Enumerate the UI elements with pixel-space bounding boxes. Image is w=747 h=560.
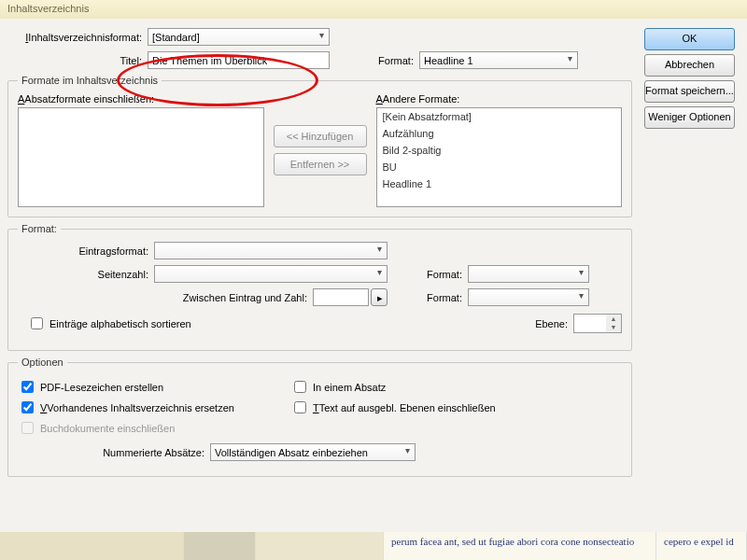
alpha-sort-label: Einträge alphabetisch sortieren xyxy=(49,318,191,329)
title-format-select[interactable]: Headline 1 xyxy=(419,51,578,69)
level-stepper[interactable]: ▲▼ xyxy=(573,314,622,333)
toc-format-label: IInhaltsverzeichnisformat: xyxy=(7,32,148,43)
title-format-label: Format: xyxy=(358,55,419,66)
options-group: Optionen PDF-Lesezeichen erstellen VVorh… xyxy=(7,357,632,477)
dialog-body: IInhaltsverzeichnisformat: [Standard] Ti… xyxy=(0,19,747,532)
save-format-button[interactable]: Format speichern... xyxy=(644,80,735,103)
cancel-button[interactable]: Abbrechen xyxy=(644,54,735,77)
page-format-label: Format: xyxy=(406,269,468,280)
page-number-label: Seitenzahl: xyxy=(18,269,154,280)
add-button[interactable]: << Hinzufügen xyxy=(274,125,367,147)
replace-toc-label: VVorhandenes Inhaltsverzeichnis ersetzen xyxy=(40,402,234,413)
between-input[interactable] xyxy=(313,288,369,306)
toc-format-select[interactable]: [Standard] xyxy=(148,28,330,46)
replace-toc-checkbox[interactable] xyxy=(21,401,34,413)
fewer-options-button[interactable]: Weniger Optionen xyxy=(644,106,735,129)
pdf-bookmarks-label: PDF-Lesezeichen erstellen xyxy=(40,382,163,393)
numbered-paragraphs-select[interactable]: Vollständigen Absatz einbeziehen xyxy=(210,443,416,461)
formats-legend: Formate im Inhaltsverzeichnis xyxy=(18,75,162,86)
between-format-select[interactable] xyxy=(468,288,589,306)
page-number-select[interactable] xyxy=(154,265,388,283)
remove-button[interactable]: Entfernen >> xyxy=(274,153,367,175)
between-menu-button[interactable]: ▸ xyxy=(371,288,388,306)
entry-format-select[interactable] xyxy=(154,242,388,259)
book-docs-label: Buchdokumente einschließen xyxy=(40,423,175,434)
between-label: Zwischen Eintrag und Zahl: xyxy=(18,292,313,303)
title-input[interactable] xyxy=(148,51,330,69)
options-legend: Optionen xyxy=(18,357,67,368)
title-label: Titel: xyxy=(7,55,148,66)
book-docs-checkbox xyxy=(21,422,34,434)
entry-format-label: Eintragsformat: xyxy=(18,245,154,257)
page-footer: perum facea ant, sed ut fugiae abori cor… xyxy=(0,532,747,560)
format-legend: Format: xyxy=(18,223,61,234)
page-format-select[interactable] xyxy=(468,265,589,283)
ok-button[interactable]: OK xyxy=(644,28,735,50)
one-paragraph-label: In einem Absatz xyxy=(313,382,386,393)
format-group: Format: Eintragsformat: Seitenzahl: Form… xyxy=(7,223,632,351)
between-format-label: Format: xyxy=(406,292,468,303)
level-label: Ebene: xyxy=(535,318,573,329)
one-paragraph-checkbox[interactable] xyxy=(294,381,306,393)
alpha-sort-checkbox[interactable] xyxy=(31,317,43,329)
include-formats-list[interactable] xyxy=(18,107,264,207)
numbered-paragraphs-label: Nummerierte Absätze: xyxy=(18,447,210,458)
hidden-layers-label: TText auf ausgebl. Ebenen einschließen xyxy=(313,402,496,413)
other-formats-label: AAndere Formate: xyxy=(376,93,623,105)
hidden-layers-checkbox[interactable] xyxy=(294,401,306,413)
formats-group: Formate im Inhaltsverzeichnis AAbsatzfor… xyxy=(7,75,632,217)
include-formats-label: AAbsatzformate einschließen: xyxy=(18,93,264,105)
other-formats-list[interactable]: [Kein Absatzformat]AufzählungBild 2-spal… xyxy=(376,107,623,207)
pdf-bookmarks-checkbox[interactable] xyxy=(21,381,34,393)
